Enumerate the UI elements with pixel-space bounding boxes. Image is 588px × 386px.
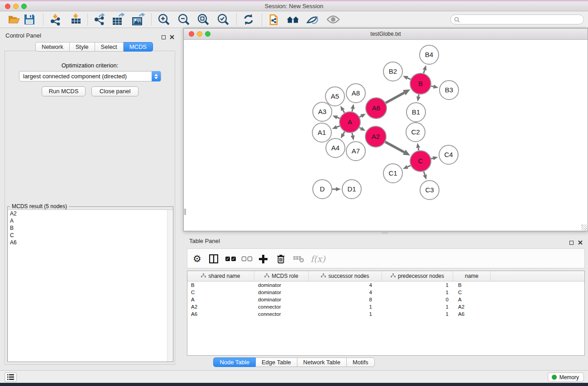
export-image-icon[interactable] xyxy=(132,13,145,26)
style-eye-icon[interactable] xyxy=(306,13,320,26)
table-close-icon[interactable] xyxy=(578,238,583,247)
column-header-successor-nodes[interactable]: successor nodes xyxy=(309,271,382,281)
table-cell[interactable]: 1 xyxy=(309,303,382,310)
result-item[interactable]: B xyxy=(8,224,173,232)
graph-node-b1[interactable]: B1 xyxy=(406,103,425,122)
graph-node-b3[interactable]: B3 xyxy=(440,81,459,100)
graph-node-b4[interactable]: B4 xyxy=(420,45,439,64)
result-item[interactable]: C xyxy=(8,232,173,239)
table-cell[interactable]: 1 xyxy=(382,281,453,289)
memory-button[interactable]: Memory xyxy=(548,372,584,382)
graph-edge[interactable] xyxy=(352,133,353,136)
graph-edge[interactable] xyxy=(337,126,340,127)
column-header-predecessor-nodes[interactable]: predecessor nodes xyxy=(382,271,453,281)
table-cell[interactable]: 1 xyxy=(382,303,453,310)
table-cell[interactable]: 1 xyxy=(309,310,382,318)
graph-edge[interactable] xyxy=(407,166,411,167)
graph-edge[interactable] xyxy=(431,86,433,86)
network-canvas[interactable]: B4B2BB3A8A5A6A3B1AA1C2A2A4A7C4CC1C3DD1 xyxy=(184,40,588,231)
tab-network[interactable]: Network xyxy=(35,42,70,52)
deselect-all-icon[interactable] xyxy=(242,253,252,265)
graph-edge[interactable] xyxy=(424,70,425,73)
network-window-titlebar[interactable]: testGlobe.txt xyxy=(184,29,588,40)
graph-edge[interactable] xyxy=(431,158,433,159)
table-cell[interactable]: 1 xyxy=(382,310,453,318)
table-cell[interactable]: connector xyxy=(254,310,309,318)
task-history-button[interactable] xyxy=(5,372,17,382)
minimize-window-button[interactable] xyxy=(13,4,19,9)
table-tab-node-table[interactable]: Node Table xyxy=(213,357,256,367)
search-field[interactable] xyxy=(450,14,584,24)
table-cell[interactable]: 1 xyxy=(382,289,453,296)
graph-edge[interactable] xyxy=(407,78,411,79)
graph-node-a5[interactable]: A5 xyxy=(325,87,344,106)
node-table[interactable]: shared nameMCDS rolesuccessor nodesprede… xyxy=(187,271,585,356)
export-network-icon[interactable] xyxy=(93,13,106,26)
splitter-grip[interactable] xyxy=(382,232,388,234)
table-cell[interactable]: 4 xyxy=(309,281,382,289)
mcds-result-list[interactable]: A2ABCA6 xyxy=(8,210,173,362)
graph-node-a3[interactable]: A3 xyxy=(313,102,332,121)
import-network-icon[interactable] xyxy=(49,13,62,26)
graph-node-c4[interactable]: C4 xyxy=(439,145,458,164)
import-table-icon[interactable] xyxy=(69,13,83,26)
column-header-name[interactable]: name xyxy=(453,271,491,281)
tab-style[interactable]: Style xyxy=(70,42,95,52)
save-session-icon[interactable] xyxy=(23,13,36,26)
select-all-icon[interactable]: ✓✓ xyxy=(225,253,236,265)
graph-edge[interactable] xyxy=(385,142,404,152)
graph-node-c[interactable]: C xyxy=(410,151,431,172)
graph-edge[interactable] xyxy=(424,172,425,175)
graph-edge[interactable] xyxy=(343,110,344,113)
graph-node-c2[interactable]: C2 xyxy=(406,123,425,142)
split-columns-icon[interactable] xyxy=(209,253,218,265)
gear-icon[interactable]: ⚙ xyxy=(193,253,201,265)
column-header-shared-name[interactable]: shared name xyxy=(187,271,254,281)
graph-node-c1[interactable]: C1 xyxy=(383,164,402,183)
table-cell[interactable]: A2 xyxy=(453,303,491,310)
column-header-MCDS-role[interactable]: MCDS role xyxy=(254,271,309,281)
table-cell[interactable]: C xyxy=(187,289,254,296)
table-cell[interactable]: dominator xyxy=(254,281,309,289)
search-input[interactable] xyxy=(462,15,583,24)
graph-node-d1[interactable]: D1 xyxy=(342,180,361,199)
graph-edge[interactable] xyxy=(359,116,361,117)
result-item[interactable]: A xyxy=(8,217,173,224)
result-item[interactable]: A2 xyxy=(8,210,173,217)
network-resize-grip[interactable] xyxy=(581,224,587,230)
network-from-file-icon[interactable] xyxy=(268,13,282,26)
table-cell[interactable]: 4 xyxy=(309,289,382,296)
table-cell[interactable]: A6 xyxy=(187,310,254,318)
add-column-icon[interactable] xyxy=(259,253,268,265)
zoom-selected-icon[interactable] xyxy=(216,13,230,26)
network-zoom-button[interactable] xyxy=(205,31,210,37)
graph-node-a[interactable]: A xyxy=(339,112,360,133)
graph-node-a2[interactable]: A2 xyxy=(365,126,386,147)
criterion-dropdown[interactable]: largest connected component (directed) xyxy=(19,71,161,81)
delete-table-icon[interactable] xyxy=(293,253,304,265)
graph-edge[interactable] xyxy=(352,109,353,111)
open-file-icon[interactable] xyxy=(7,13,21,26)
graph-node-d[interactable]: D xyxy=(313,180,332,199)
table-cell[interactable]: C xyxy=(453,289,491,296)
graph-node-a8[interactable]: A8 xyxy=(346,84,365,103)
graph-edge[interactable] xyxy=(337,117,340,118)
show-all-windows-icon[interactable] xyxy=(286,13,300,26)
graph-node-a7[interactable]: A7 xyxy=(346,142,365,161)
graph-edge[interactable] xyxy=(343,132,344,134)
table-cell[interactable]: connector xyxy=(254,303,309,310)
table-cell[interactable]: B xyxy=(187,281,254,289)
graph-edge[interactable] xyxy=(418,148,419,150)
table-row[interactable]: Bdominator41B xyxy=(187,281,584,289)
table-cell[interactable]: B xyxy=(453,281,491,289)
refresh-icon[interactable] xyxy=(242,13,255,26)
close-panel-icon[interactable] xyxy=(170,33,174,41)
table-row[interactable]: Cdominator41C xyxy=(187,289,584,296)
table-float-icon[interactable] xyxy=(569,238,574,247)
graph-node-b2[interactable]: B2 xyxy=(383,62,402,81)
close-panel-button[interactable]: Close panel xyxy=(91,86,139,96)
result-scrollbar[interactable] xyxy=(167,210,173,362)
graph-edge[interactable] xyxy=(418,95,419,97)
graph-node-a1[interactable]: A1 xyxy=(312,123,331,142)
table-cell[interactable]: A xyxy=(453,296,491,303)
